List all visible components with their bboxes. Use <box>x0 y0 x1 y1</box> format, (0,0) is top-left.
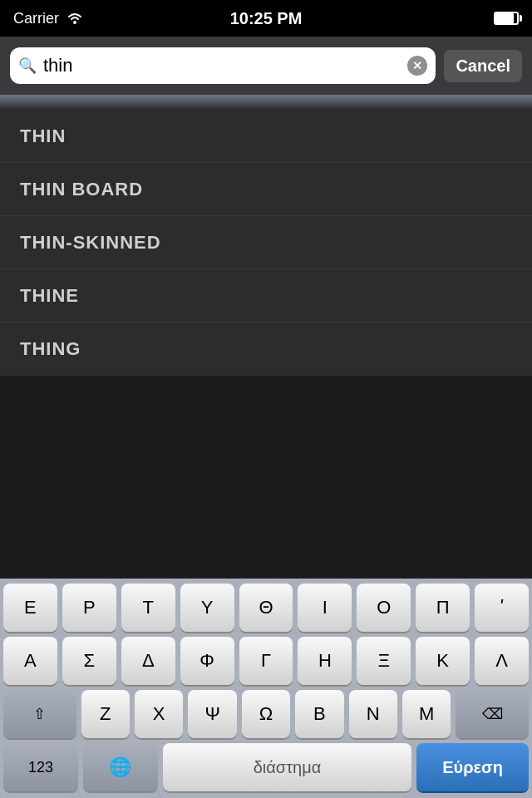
num-key[interactable]: 123 <box>3 743 78 791</box>
key-Ξ[interactable]: Ξ <box>357 637 411 685</box>
result-label: THIN <box>20 126 66 147</box>
key-Ρ[interactable]: Ρ <box>62 584 116 632</box>
result-label: THING <box>20 338 81 360</box>
result-item[interactable]: THINE <box>0 269 532 323</box>
key-Λ[interactable]: Λ <box>475 637 529 685</box>
key-Ν[interactable]: Ν <box>349 690 397 738</box>
key-Ο[interactable]: Ο <box>357 584 411 632</box>
key-Ω[interactable]: Ω <box>242 690 290 738</box>
key-Τ[interactable]: Τ <box>121 584 175 632</box>
search-input-wrapper[interactable]: 🔍 ✕ <box>10 47 436 84</box>
carrier-label: Carrier <box>13 10 59 27</box>
gradient-divider <box>0 95 532 110</box>
results-list: THINTHIN BOARDTHIN-SKINNEDTHINETHING <box>0 110 532 376</box>
key-Δ[interactable]: Δ <box>121 637 175 685</box>
key-Θ[interactable]: Θ <box>239 584 293 632</box>
key-Ε[interactable]: Ε <box>3 584 57 632</box>
key-Α[interactable]: Α <box>3 637 57 685</box>
result-item[interactable]: THIN <box>0 110 532 163</box>
svg-point-0 <box>73 21 76 24</box>
key-Ι[interactable]: Ι <box>298 584 352 632</box>
search-glass-icon: 🔍 <box>18 57 37 75</box>
keyboard-bottom-row: 123 🌐 διάστημα Εύρεση <box>0 738 532 798</box>
carrier-wifi: Carrier <box>13 10 84 27</box>
key-Ζ[interactable]: Ζ <box>81 690 130 738</box>
keyboard-row-2: ΑΣΔΦΓΗΞΚΛ <box>0 632 532 685</box>
battery-icon <box>494 12 519 25</box>
key-Χ[interactable]: Χ <box>135 690 183 738</box>
result-label: THINE <box>20 285 79 307</box>
space-key[interactable]: διάστημα <box>163 743 412 791</box>
result-label: THIN BOARD <box>20 179 143 200</box>
status-time: 10:25 PM <box>230 9 303 28</box>
keyboard-area: ΕΡΤΥΘΙΟΠʹ ΑΣΔΦΓΗΞΚΛ ⇧ ΖΧΨΩΒΝΜ⌫ 123 🌐 διά… <box>0 579 532 798</box>
result-item[interactable]: THIN BOARD <box>0 163 532 216</box>
status-bar: Carrier 10:25 PM <box>0 0 532 37</box>
key-Κ[interactable]: Κ <box>416 637 470 685</box>
key-Σ[interactable]: Σ <box>62 637 116 685</box>
shift-icon: ⇧ <box>33 705 46 723</box>
key-Υ[interactable]: Υ <box>180 584 234 632</box>
key-Η[interactable]: Η <box>298 637 352 685</box>
key-Π[interactable]: Π <box>416 584 470 632</box>
keyboard-row-1: ΕΡΤΥΘΙΟΠʹ <box>0 579 532 632</box>
result-item[interactable]: THIN-SKINNED <box>0 216 532 269</box>
search-bar: 🔍 ✕ Cancel <box>0 37 532 95</box>
shift-key[interactable]: ⇧ <box>3 690 76 738</box>
battery-area <box>494 12 519 25</box>
result-item[interactable]: THING <box>0 323 532 376</box>
search-input[interactable] <box>43 55 401 76</box>
key-Γ[interactable]: Γ <box>239 637 293 685</box>
key-ʹ[interactable]: ʹ <box>475 584 529 632</box>
key-Β[interactable]: Β <box>295 690 343 738</box>
backspace-key[interactable]: ⌫ <box>456 690 529 738</box>
cancel-button[interactable]: Cancel <box>444 50 522 82</box>
search-action-key[interactable]: Εύρεση <box>416 743 529 791</box>
globe-key[interactable]: 🌐 <box>83 743 158 791</box>
result-label: THIN-SKINNED <box>20 232 161 254</box>
wifi-icon <box>66 12 84 25</box>
keyboard-row-3: ⇧ ΖΧΨΩΒΝΜ⌫ <box>0 685 532 738</box>
key-Φ[interactable]: Φ <box>180 637 234 685</box>
key-Μ[interactable]: Μ <box>402 690 451 738</box>
clear-button[interactable]: ✕ <box>407 56 427 76</box>
key-Ψ[interactable]: Ψ <box>188 690 236 738</box>
